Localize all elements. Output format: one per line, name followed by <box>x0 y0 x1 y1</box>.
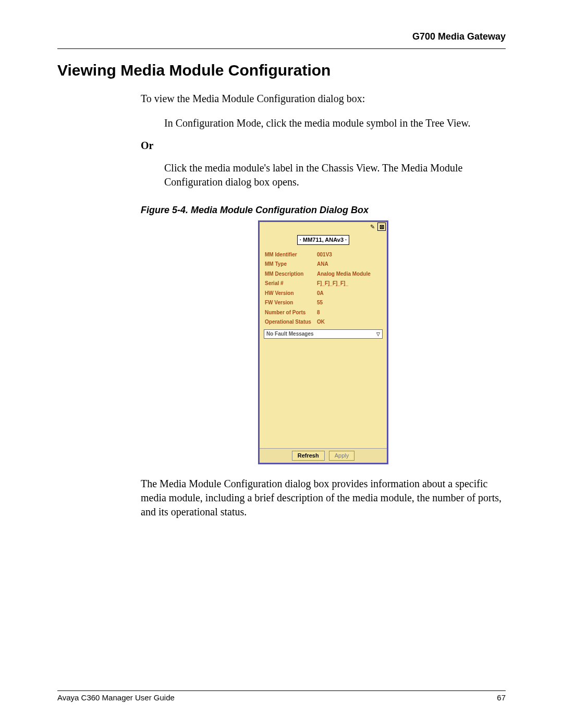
or-label: Or <box>141 139 506 153</box>
dialog-info-table: MM Identifier001V3 MM TypeANA MM Descrip… <box>260 248 387 328</box>
header-rule <box>57 48 506 49</box>
close-icon[interactable]: ⊠ <box>377 223 386 231</box>
figure-caption: Figure 5-4. Media Module Configuration D… <box>141 204 506 216</box>
row-value: 001V3 <box>317 251 382 258</box>
footer-page-number: 67 <box>497 693 506 702</box>
row-label: Serial # <box>265 280 317 287</box>
row-label: MM Identifier <box>265 251 317 258</box>
row-value: OK <box>317 318 382 326</box>
row-label: Operational Status <box>265 318 317 326</box>
media-module-config-dialog: ✎ ⊠ · MM711, ANAv3 · MM Identifier001V3 … <box>258 220 388 464</box>
step-1: In Configuration Mode, click the media m… <box>164 116 506 130</box>
step-2: Click the media module's label in the Ch… <box>164 161 506 189</box>
pin-icon[interactable]: ✎ <box>369 223 376 230</box>
row-label: Number of Ports <box>265 309 317 316</box>
apply-button: Apply <box>329 451 355 461</box>
section-title: Viewing Media Module Configuration <box>57 61 506 79</box>
after-figure-paragraph: The Media Module Configuration dialog bo… <box>141 477 506 519</box>
row-label: FW Version <box>265 299 317 306</box>
row-label: MM Description <box>265 270 317 278</box>
refresh-button[interactable]: Refresh <box>292 451 325 461</box>
footer-rule <box>57 690 506 691</box>
fault-messages-dropdown[interactable]: No Fault Messages ▽ <box>264 329 383 339</box>
dialog-title-dropdown[interactable]: · MM711, ANAv3 · <box>297 235 349 245</box>
intro-text: To view the Media Module Configuration d… <box>141 92 506 106</box>
row-value: ANA <box>317 261 382 268</box>
chapter-header: G700 Media Gateway <box>57 31 506 45</box>
row-value: 0A <box>317 290 382 297</box>
chevron-down-icon: ▽ <box>376 331 380 337</box>
row-label: HW Version <box>265 290 317 297</box>
row-value: 55 <box>317 299 382 306</box>
page-footer: Avaya C360 Manager User Guide 67 <box>57 687 506 702</box>
row-value: 8 <box>317 309 382 316</box>
row-value: Analog Media Module <box>317 270 382 278</box>
row-value: F]_F]_F]_F]_ <box>317 280 382 287</box>
dialog-empty-area <box>260 339 387 448</box>
footer-guide: Avaya C360 Manager User Guide <box>57 693 175 702</box>
fault-text: No Fault Messages <box>266 330 314 338</box>
row-label: MM Type <box>265 261 317 268</box>
